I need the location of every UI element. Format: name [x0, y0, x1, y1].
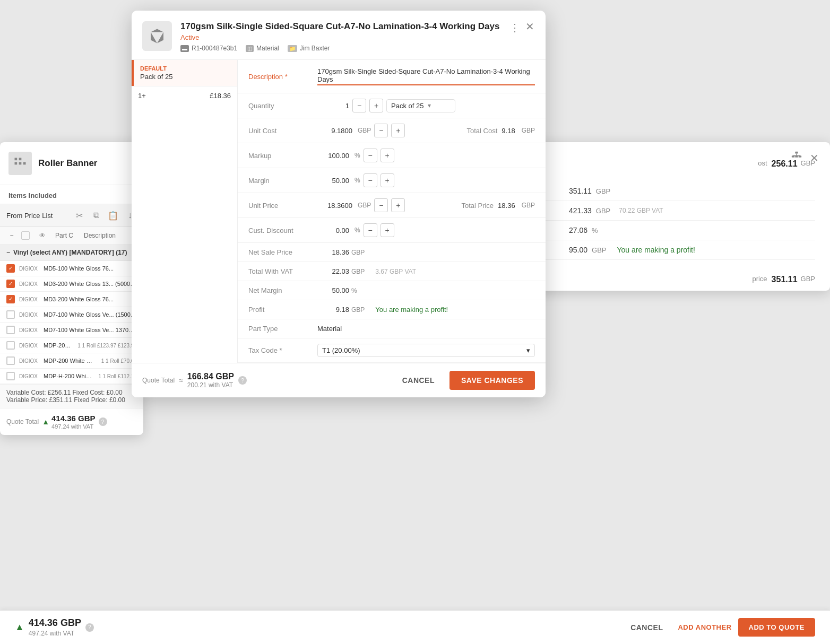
- panel-info-icon[interactable]: ?: [99, 417, 107, 426]
- bottom-bar: ▲ 414.36 GBP 497.24 with VAT ? CANCEL AD…: [0, 610, 830, 644]
- description-row: Description * 170gsm Silk-Single Sided-S…: [238, 60, 546, 93]
- net-margin-row: Net Margin 50.00 %: [238, 281, 546, 300]
- part-code-2: DIGIOX: [19, 281, 39, 287]
- markup-decrement-button[interactable]: −: [364, 149, 377, 162]
- right-panel-close-icon[interactable]: ✕: [807, 151, 822, 166]
- part-code-8: DIGIOX: [19, 373, 39, 379]
- copy-icon[interactable]: ⧉: [89, 208, 103, 222]
- cust-discount-increment-button[interactable]: +: [381, 223, 394, 237]
- tax-code-select[interactable]: T1 (20.00%) ▾: [317, 344, 535, 357]
- list-item: DIGIOX MDP-200 White Gloss Label 760mm (…: [0, 353, 143, 369]
- part-checkbox-8[interactable]: [6, 372, 15, 380]
- quantity-unit-label: Pack of 25: [391, 102, 423, 110]
- panel-up-arrow-icon: ▲: [42, 417, 49, 426]
- quantity-increment-button[interactable]: +: [369, 99, 383, 112]
- svg-rect-1: [15, 162, 18, 165]
- bottom-quote-total-value: 414.36 GBP: [29, 617, 81, 629]
- sidebar-pack-name: Pack of 25: [140, 73, 231, 81]
- part-desc-4: MD7-100 White Gloss Ve... (15000x1370): [44, 311, 137, 318]
- unit-cost-increment-button[interactable]: +: [391, 124, 405, 137]
- part-type-label: Part Type: [248, 325, 317, 333]
- margin-increment-button[interactable]: +: [381, 173, 394, 187]
- cust-discount-currency: %: [355, 227, 360, 234]
- total-with-vat-currency: GBP: [351, 268, 365, 275]
- part-checkbox-7[interactable]: [6, 356, 15, 365]
- part-code-4: DIGIOX: [19, 312, 39, 318]
- svg-rect-0: [15, 158, 18, 161]
- vinyl-group-row: − Vinyl (select ANY) [MANDATORY] (17): [0, 245, 143, 261]
- add-another-button[interactable]: ADD ANOTHER: [678, 623, 731, 631]
- items-included-label: Items Included: [0, 185, 143, 204]
- right-net-margin-value: 27.06: [569, 226, 587, 234]
- unit-cost-controls: Unit Cost 9.1800 GBP − +: [248, 124, 456, 137]
- quantity-unit-select[interactable]: Pack of 25 ▾: [386, 99, 455, 112]
- part-checkbox-1[interactable]: [6, 264, 15, 273]
- total-price-value: 18.36: [498, 202, 515, 210]
- quantity-decrement-button[interactable]: −: [352, 99, 366, 112]
- cust-discount-decrement-button[interactable]: −: [364, 223, 377, 237]
- unit-price-value: 18.3600: [321, 202, 352, 210]
- cut-icon[interactable]: ✂: [72, 208, 86, 222]
- add-to-quote-button[interactable]: ADD TO QUOTE: [738, 618, 815, 637]
- right-total-vat-currency: GBP: [596, 207, 610, 215]
- modal-close-icon[interactable]: ✕: [522, 19, 537, 34]
- part-desc-3: MD3-200 White Gloss 76...: [44, 296, 137, 302]
- unit-price-decrement-button[interactable]: −: [374, 198, 388, 212]
- modal-meta-id: ▬ R1-000487e3b1: [180, 45, 237, 52]
- sidebar-price-value: £18.36: [210, 92, 231, 100]
- net-sale-price-row: Net Sale Price 18.36 GBP: [238, 243, 546, 262]
- sidebar-default-pack: Default Pack of 25: [132, 60, 237, 86]
- margin-decrement-button[interactable]: −: [364, 173, 377, 187]
- markup-currency: %: [355, 152, 360, 159]
- more-options-icon[interactable]: ⋮: [509, 21, 520, 34]
- profit-row: Profit 9.18 GBP You are making a profit!: [238, 300, 546, 319]
- vat-note: 3.67 GBP VAT: [375, 268, 416, 275]
- part-desc-5: MD7-100 White Gloss Ve... 1370mm (15000x…: [44, 327, 137, 333]
- modal-cancel-button[interactable]: CANCEL: [394, 372, 443, 389]
- part-code-6: DIGIOX: [19, 343, 39, 349]
- total-cost-right: Total Cost 9.18 GBP: [456, 127, 535, 135]
- part-checkbox-4[interactable]: [6, 310, 15, 319]
- modal-save-button[interactable]: SAVE CHANGES: [449, 371, 535, 390]
- margin-label: Margin: [248, 177, 317, 185]
- org-chart-icon[interactable]: [791, 151, 802, 164]
- from-price-list-label: From Price List: [6, 212, 53, 220]
- roller-banner-panel: Roller Banner Items Included From Price …: [0, 142, 143, 435]
- cust-discount-controls: 0.00 % − +: [317, 223, 394, 237]
- modal-footer: Quote Total ≈ 166.84 GBP 200.21 with VAT…: [132, 363, 546, 397]
- barcode-icon: ▬: [180, 45, 189, 52]
- modal-sidebar: Default Pack of 25 1+ £18.36: [132, 60, 238, 363]
- paste-icon[interactable]: 📋: [106, 208, 120, 222]
- unit-cost-decrement-button[interactable]: −: [374, 124, 388, 137]
- collapse-icon[interactable]: −: [6, 230, 17, 241]
- markup-increment-button[interactable]: +: [381, 149, 394, 162]
- markup-row: Markup 100.00 % − +: [238, 143, 546, 168]
- right-profit-value: 95.00: [569, 246, 587, 254]
- quote-total-info-icon[interactable]: ?: [85, 623, 94, 632]
- part-checkbox-3[interactable]: [6, 295, 15, 303]
- header-checkbox[interactable]: [21, 231, 30, 240]
- panel-quote-total-vat: 497.24 with VAT: [51, 423, 96, 430]
- modal-info-icon[interactable]: ?: [238, 376, 247, 385]
- total-price-label: Total Price: [461, 202, 494, 210]
- part-type-row: Part Type Material: [238, 319, 546, 338]
- part-desc-7: MDP-200 White Gloss Label 760mm (50000x7…: [44, 358, 95, 364]
- roller-banner-header: Roller Banner: [0, 142, 143, 185]
- profit-value: 9.18: [317, 306, 349, 314]
- quote-total-arrow-icon: ▲: [15, 622, 24, 633]
- modal-footer-actions: CANCEL SAVE CHANGES: [394, 371, 535, 390]
- description-header: Description: [84, 232, 116, 239]
- profit-message: You are making a profit!: [375, 306, 448, 314]
- eye-icon[interactable]: 👁: [37, 230, 48, 241]
- part-checkbox-6[interactable]: [6, 341, 15, 350]
- net-sale-price-value: 18.36: [317, 248, 349, 256]
- chevron-down-icon: ▾: [428, 102, 431, 109]
- part-checkbox-2[interactable]: [6, 280, 15, 288]
- cust-discount-row: Cust. Discount 0.00 % − +: [238, 218, 546, 243]
- vinyl-collapse-icon[interactable]: −: [6, 249, 10, 256]
- part-checkbox-5[interactable]: [6, 326, 15, 334]
- bottom-cancel-button[interactable]: CANCEL: [622, 619, 671, 636]
- right-net-sale-price-value: 351.11: [569, 187, 592, 195]
- right-vat-note: 70.22 GBP VAT: [619, 207, 663, 214]
- unit-price-increment-button[interactable]: +: [391, 198, 405, 212]
